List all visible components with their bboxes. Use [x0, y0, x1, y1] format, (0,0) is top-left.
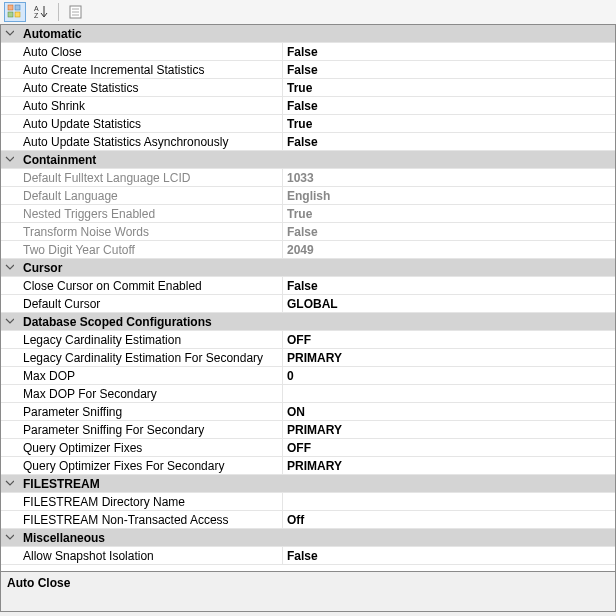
property-label: Query Optimizer Fixes For Secondary: [17, 457, 283, 474]
svg-rect-1: [15, 5, 20, 10]
alphabetical-button[interactable]: A Z: [30, 2, 52, 22]
property-row[interactable]: Auto CloseFalse: [1, 43, 615, 61]
property-row[interactable]: Allow Snapshot IsolationFalse: [1, 547, 615, 565]
svg-text:Z: Z: [34, 12, 39, 19]
property-label: Auto Close: [17, 43, 283, 60]
sort-az-icon: A Z: [33, 4, 49, 20]
property-row[interactable]: Query Optimizer FixesOFF: [1, 439, 615, 457]
property-value[interactable]: PRIMARY: [283, 457, 615, 474]
row-indicator: [1, 277, 17, 294]
property-label: Allow Snapshot Isolation: [17, 547, 283, 564]
expand-collapse-icon[interactable]: [1, 529, 17, 546]
category-row[interactable]: Containment: [1, 151, 615, 169]
category-row[interactable]: Cursor: [1, 259, 615, 277]
property-value[interactable]: PRIMARY: [283, 349, 615, 366]
property-label: Legacy Cardinality Estimation: [17, 331, 283, 348]
property-row[interactable]: Close Cursor on Commit EnabledFalse: [1, 277, 615, 295]
row-indicator: [1, 367, 17, 384]
property-row[interactable]: Default LanguageEnglish: [1, 187, 615, 205]
property-value[interactable]: [283, 385, 615, 402]
row-indicator: [1, 403, 17, 420]
row-indicator: [1, 421, 17, 438]
property-row[interactable]: Auto Update Statistics AsynchronouslyFal…: [1, 133, 615, 151]
property-label: Close Cursor on Commit Enabled: [17, 277, 283, 294]
property-row[interactable]: Max DOP For Secondary: [1, 385, 615, 403]
property-value: 1033: [283, 169, 615, 186]
property-value[interactable]: True: [283, 115, 615, 132]
property-label: FILESTREAM Directory Name: [17, 493, 283, 510]
expand-collapse-icon[interactable]: [1, 313, 17, 330]
property-row[interactable]: Auto Update StatisticsTrue: [1, 115, 615, 133]
property-row[interactable]: Max DOP0: [1, 367, 615, 385]
property-value[interactable]: False: [283, 43, 615, 60]
property-value[interactable]: GLOBAL: [283, 295, 615, 312]
property-label: Auto Update Statistics: [17, 115, 283, 132]
property-row[interactable]: FILESTREAM Non-Transacted AccessOff: [1, 511, 615, 529]
property-grid: AutomaticAuto CloseFalseAuto Create Incr…: [0, 24, 616, 572]
property-row[interactable]: Two Digit Year Cutoff2049: [1, 241, 615, 259]
category-row[interactable]: FILESTREAM: [1, 475, 615, 493]
row-indicator: [1, 385, 17, 402]
row-indicator: [1, 493, 17, 510]
property-value[interactable]: OFF: [283, 331, 615, 348]
property-label: Parameter Sniffing For Secondary: [17, 421, 283, 438]
property-grid-scroll[interactable]: AutomaticAuto CloseFalseAuto Create Incr…: [1, 25, 615, 571]
row-indicator: [1, 331, 17, 348]
property-label: Default Fulltext Language LCID: [17, 169, 283, 186]
property-row[interactable]: Legacy Cardinality EstimationOFF: [1, 331, 615, 349]
expand-collapse-icon[interactable]: [1, 25, 17, 42]
property-row[interactable]: Default Fulltext Language LCID1033: [1, 169, 615, 187]
row-indicator: [1, 457, 17, 474]
category-label: Database Scoped Configurations: [17, 313, 615, 330]
row-indicator: [1, 187, 17, 204]
property-label: Legacy Cardinality Estimation For Second…: [17, 349, 283, 366]
property-value[interactable]: False: [283, 277, 615, 294]
expand-collapse-icon[interactable]: [1, 475, 17, 492]
expand-collapse-icon[interactable]: [1, 259, 17, 276]
category-row[interactable]: Database Scoped Configurations: [1, 313, 615, 331]
property-row[interactable]: Parameter Sniffing For SecondaryPRIMARY: [1, 421, 615, 439]
property-value[interactable]: 0: [283, 367, 615, 384]
category-row[interactable]: Automatic: [1, 25, 615, 43]
category-label: Automatic: [17, 25, 615, 42]
categorized-button[interactable]: [4, 2, 26, 22]
property-value[interactable]: True: [283, 79, 615, 96]
property-row[interactable]: Parameter SniffingON: [1, 403, 615, 421]
property-row[interactable]: Default CursorGLOBAL: [1, 295, 615, 313]
category-row[interactable]: Miscellaneous: [1, 529, 615, 547]
toolbar: A Z: [0, 0, 616, 24]
property-label: Default Cursor: [17, 295, 283, 312]
svg-rect-0: [8, 5, 13, 10]
property-label: Auto Create Statistics: [17, 79, 283, 96]
property-label: Auto Create Incremental Statistics: [17, 61, 283, 78]
property-value[interactable]: False: [283, 547, 615, 564]
property-label: Two Digit Year Cutoff: [17, 241, 283, 258]
property-row[interactable]: Auto Create Incremental StatisticsFalse: [1, 61, 615, 79]
property-value[interactable]: PRIMARY: [283, 421, 615, 438]
expand-collapse-icon[interactable]: [1, 151, 17, 168]
property-value[interactable]: False: [283, 133, 615, 150]
property-row[interactable]: Transform Noise WordsFalse: [1, 223, 615, 241]
svg-text:A: A: [34, 5, 39, 12]
property-row[interactable]: Legacy Cardinality Estimation For Second…: [1, 349, 615, 367]
property-row[interactable]: Query Optimizer Fixes For SecondaryPRIMA…: [1, 457, 615, 475]
property-value: True: [283, 205, 615, 222]
property-value[interactable]: ON: [283, 403, 615, 420]
property-row[interactable]: Nested Triggers EnabledTrue: [1, 205, 615, 223]
row-indicator: [1, 115, 17, 132]
property-value[interactable]: OFF: [283, 439, 615, 456]
property-row[interactable]: Auto Create StatisticsTrue: [1, 79, 615, 97]
description-pane: Auto Close: [0, 572, 616, 612]
property-value[interactable]: False: [283, 97, 615, 114]
property-pages-button[interactable]: [65, 2, 87, 22]
property-value[interactable]: [283, 493, 615, 510]
property-value[interactable]: Off: [283, 511, 615, 528]
property-label: Nested Triggers Enabled: [17, 205, 283, 222]
property-row[interactable]: Auto ShrinkFalse: [1, 97, 615, 115]
row-indicator: [1, 61, 17, 78]
row-indicator: [1, 133, 17, 150]
property-value[interactable]: False: [283, 61, 615, 78]
svg-rect-2: [8, 12, 13, 17]
row-indicator: [1, 97, 17, 114]
property-row[interactable]: FILESTREAM Directory Name: [1, 493, 615, 511]
